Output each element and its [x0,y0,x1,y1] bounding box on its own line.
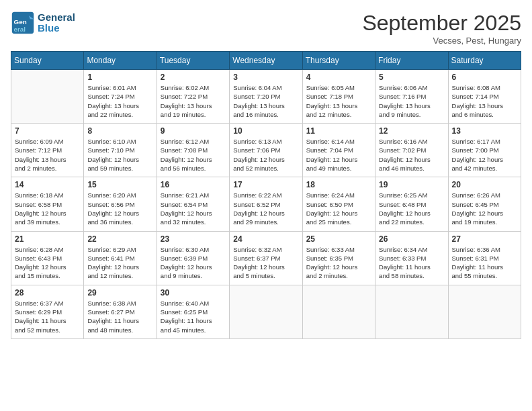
calendar-day-cell: 1Sunrise: 6:01 AM Sunset: 7:24 PM Daylig… [84,70,157,124]
location-subtitle: Vecses, Pest, Hungary [362,36,521,46]
day-number: 2 [161,73,226,82]
day-info: Sunrise: 6:09 AM Sunset: 7:12 PM Dayligh… [15,137,80,173]
calendar-week-row: 7Sunrise: 6:09 AM Sunset: 7:12 PM Daylig… [11,124,521,177]
day-info: Sunrise: 6:10 AM Sunset: 7:10 PM Dayligh… [87,137,152,173]
calendar-day-cell: 21Sunrise: 6:28 AM Sunset: 6:43 PM Dayli… [11,231,84,285]
calendar-day-cell: 24Sunrise: 6:32 AM Sunset: 6:37 PM Dayli… [230,231,302,285]
day-number: 14 [15,180,80,189]
day-info: Sunrise: 6:06 AM Sunset: 7:16 PM Dayligh… [379,83,444,119]
weekday-header: Monday [84,52,157,70]
calendar-day-cell: 26Sunrise: 6:34 AM Sunset: 6:33 PM Dayli… [375,231,448,285]
calendar-day-cell: 23Sunrise: 6:30 AM Sunset: 6:39 PM Dayli… [157,231,229,285]
day-number: 19 [379,180,444,189]
calendar-day-cell: 9Sunrise: 6:12 AM Sunset: 7:08 PM Daylig… [157,124,229,177]
calendar-day-cell [448,285,521,338]
day-info: Sunrise: 6:01 AM Sunset: 7:24 PM Dayligh… [87,83,152,119]
calendar-day-cell [11,70,84,124]
calendar-day-cell: 14Sunrise: 6:18 AM Sunset: 6:58 PM Dayli… [11,177,84,231]
calendar-day-cell: 5Sunrise: 6:06 AM Sunset: 7:16 PM Daylig… [375,70,448,124]
calendar-week-row: 14Sunrise: 6:18 AM Sunset: 6:58 PM Dayli… [11,177,521,231]
day-number: 9 [161,126,226,136]
day-number: 13 [452,126,517,136]
calendar-day-cell: 15Sunrise: 6:20 AM Sunset: 6:56 PM Dayli… [84,177,157,231]
calendar-day-cell: 16Sunrise: 6:21 AM Sunset: 6:54 PM Dayli… [157,177,229,231]
day-number: 25 [306,234,371,244]
day-number: 6 [452,73,517,82]
calendar-day-cell: 11Sunrise: 6:14 AM Sunset: 7:04 PM Dayli… [302,124,375,177]
day-info: Sunrise: 6:37 AM Sunset: 6:29 PM Dayligh… [15,299,80,334]
weekday-header-row: SundayMondayTuesdayWednesdayThursdayFrid… [11,52,521,70]
day-number: 17 [233,180,298,189]
day-info: Sunrise: 6:05 AM Sunset: 7:18 PM Dayligh… [306,83,371,119]
day-number: 8 [87,126,152,136]
month-title: September 2025 [362,11,521,36]
day-info: Sunrise: 6:32 AM Sunset: 6:37 PM Dayligh… [233,245,298,281]
day-info: Sunrise: 6:30 AM Sunset: 6:39 PM Dayligh… [161,245,226,281]
day-info: Sunrise: 6:21 AM Sunset: 6:54 PM Dayligh… [161,191,226,226]
logo-icon: Gen eral [11,11,35,35]
day-info: Sunrise: 6:13 AM Sunset: 7:06 PM Dayligh… [233,137,298,173]
calendar-day-cell: 4Sunrise: 6:05 AM Sunset: 7:18 PM Daylig… [302,70,375,124]
svg-text:Gen: Gen [14,18,27,26]
weekday-header: Saturday [448,52,521,70]
day-number: 15 [87,180,152,189]
day-number: 28 [15,288,80,298]
calendar-day-cell: 20Sunrise: 6:26 AM Sunset: 6:45 PM Dayli… [448,177,521,231]
page-header: Gen eral General Blue September 2025 Vec… [11,11,521,46]
weekday-header: Thursday [302,52,375,70]
calendar-day-cell: 7Sunrise: 6:09 AM Sunset: 7:12 PM Daylig… [11,124,84,177]
calendar-day-cell: 17Sunrise: 6:22 AM Sunset: 6:52 PM Dayli… [230,177,302,231]
calendar-day-cell: 29Sunrise: 6:38 AM Sunset: 6:27 PM Dayli… [84,285,157,338]
day-info: Sunrise: 6:38 AM Sunset: 6:27 PM Dayligh… [87,299,152,334]
calendar-week-row: 28Sunrise: 6:37 AM Sunset: 6:29 PM Dayli… [11,285,521,338]
day-info: Sunrise: 6:12 AM Sunset: 7:08 PM Dayligh… [161,137,226,173]
calendar-day-cell [375,285,448,338]
calendar-day-cell: 8Sunrise: 6:10 AM Sunset: 7:10 PM Daylig… [84,124,157,177]
title-block: September 2025 Vecses, Pest, Hungary [362,11,521,46]
day-number: 21 [15,234,80,244]
calendar-day-cell: 27Sunrise: 6:36 AM Sunset: 6:31 PM Dayli… [448,231,521,285]
calendar-day-cell [230,285,302,338]
day-info: Sunrise: 6:20 AM Sunset: 6:56 PM Dayligh… [87,191,152,226]
day-number: 20 [452,180,517,189]
day-number: 29 [87,288,152,298]
day-number: 24 [233,234,298,244]
day-info: Sunrise: 6:17 AM Sunset: 7:00 PM Dayligh… [452,137,517,173]
calendar-day-cell [302,285,375,338]
day-info: Sunrise: 6:36 AM Sunset: 6:31 PM Dayligh… [452,245,517,281]
day-number: 5 [379,73,444,82]
day-info: Sunrise: 6:24 AM Sunset: 6:50 PM Dayligh… [306,191,371,226]
calendar-day-cell: 3Sunrise: 6:04 AM Sunset: 7:20 PM Daylig… [230,70,302,124]
weekday-header: Wednesday [230,52,302,70]
calendar-day-cell: 6Sunrise: 6:08 AM Sunset: 7:14 PM Daylig… [448,70,521,124]
day-number: 16 [161,180,226,189]
day-info: Sunrise: 6:04 AM Sunset: 7:20 PM Dayligh… [233,83,298,119]
day-number: 3 [233,73,298,82]
calendar-day-cell: 28Sunrise: 6:37 AM Sunset: 6:29 PM Dayli… [11,285,84,338]
day-info: Sunrise: 6:14 AM Sunset: 7:04 PM Dayligh… [306,137,371,173]
day-number: 27 [452,234,517,244]
weekday-header: Tuesday [157,52,229,70]
day-info: Sunrise: 6:18 AM Sunset: 6:58 PM Dayligh… [15,191,80,226]
calendar-day-cell: 30Sunrise: 6:40 AM Sunset: 6:25 PM Dayli… [157,285,229,338]
calendar-day-cell: 25Sunrise: 6:33 AM Sunset: 6:35 PM Dayli… [302,231,375,285]
calendar-day-cell: 2Sunrise: 6:02 AM Sunset: 7:22 PM Daylig… [157,70,229,124]
day-info: Sunrise: 6:08 AM Sunset: 7:14 PM Dayligh… [452,83,517,119]
day-number: 22 [87,234,152,244]
day-info: Sunrise: 6:34 AM Sunset: 6:33 PM Dayligh… [379,245,444,281]
calendar-day-cell: 13Sunrise: 6:17 AM Sunset: 7:00 PM Dayli… [448,124,521,177]
day-info: Sunrise: 6:29 AM Sunset: 6:41 PM Dayligh… [87,245,152,281]
weekday-header: Sunday [11,52,84,70]
day-number: 10 [233,126,298,136]
calendar-day-cell: 22Sunrise: 6:29 AM Sunset: 6:41 PM Dayli… [84,231,157,285]
day-number: 4 [306,73,371,82]
day-number: 7 [15,126,80,136]
calendar-table: SundayMondayTuesdayWednesdayThursdayFrid… [11,51,521,339]
day-number: 30 [161,288,226,298]
day-info: Sunrise: 6:26 AM Sunset: 6:45 PM Dayligh… [452,191,517,226]
calendar-week-row: 1Sunrise: 6:01 AM Sunset: 7:24 PM Daylig… [11,70,521,124]
calendar-week-row: 21Sunrise: 6:28 AM Sunset: 6:43 PM Dayli… [11,231,521,285]
day-info: Sunrise: 6:02 AM Sunset: 7:22 PM Dayligh… [161,83,226,119]
day-info: Sunrise: 6:40 AM Sunset: 6:25 PM Dayligh… [161,299,226,334]
calendar-day-cell: 12Sunrise: 6:16 AM Sunset: 7:02 PM Dayli… [375,124,448,177]
